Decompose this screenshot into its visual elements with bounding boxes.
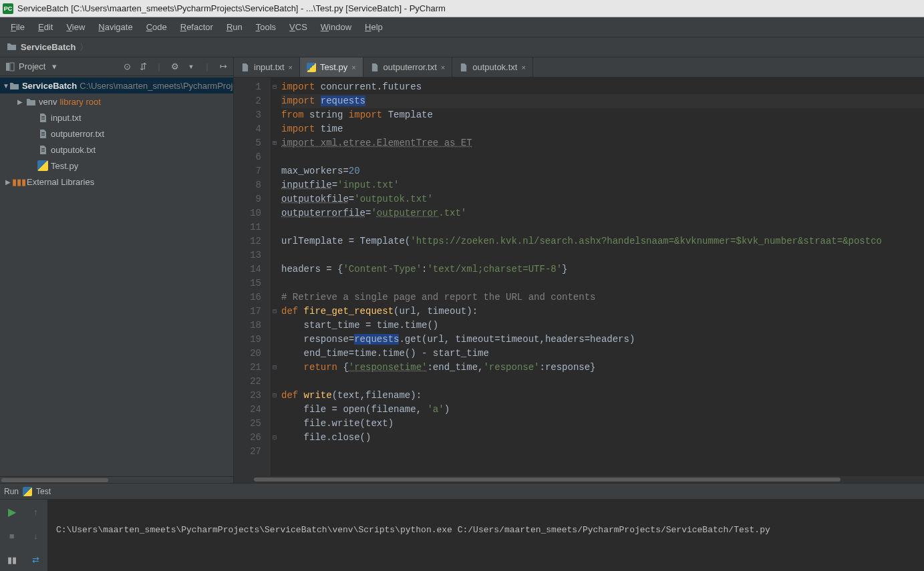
window-titlebar: PC ServiceBatch [C:\Users\maarten_smeets… (0, 0, 924, 17)
menu-navigate[interactable]: Navigate (92, 19, 139, 35)
breadcrumb-root[interactable]: ServiceBatch (21, 42, 75, 52)
app-icon: PC (3, 3, 13, 14)
menu-run[interactable]: Run (220, 19, 249, 35)
chevron-down-icon[interactable]: ▾ (48, 61, 60, 73)
console-line: C:\Users\maarten_smeets\PycharmProjects\… (56, 525, 916, 535)
run-config-name[interactable]: Test (36, 487, 51, 496)
library-root-note: library root (59, 97, 100, 107)
breadcrumb-separator-icon: 〉 (80, 41, 88, 53)
text-file-icon (241, 63, 250, 72)
svg-rect-3 (41, 118, 45, 118)
tree-venv[interactable]: ▶ venv library root (0, 93, 233, 110)
tab-label: outputerror.txt (383, 62, 437, 72)
console-output[interactable]: C:\Users\maarten_smeets\PycharmProjects\… (48, 500, 924, 571)
menu-help[interactable]: Help (358, 19, 390, 35)
libraries-icon: ▮▮▮ (13, 176, 24, 187)
divider: | (201, 61, 213, 73)
console-toolbar: ▶ ↑ ■ ↓ ▮▮ ⇄ (0, 500, 48, 571)
menu-edit[interactable]: Edit (31, 19, 59, 35)
tree-file[interactable]: input.txt (0, 110, 233, 126)
tab-label: Test.py (320, 62, 347, 72)
close-icon[interactable]: × (351, 63, 355, 71)
run-console: ▶ ↑ ■ ↓ ▮▮ ⇄ C:\Users\maarten_smeets\Pyc… (0, 499, 924, 571)
locate-icon[interactable]: ⊙ (121, 61, 133, 73)
text-file-icon (37, 144, 48, 155)
text-file-icon (37, 128, 48, 139)
menu-refactor[interactable]: Refactor (174, 19, 220, 35)
run-label[interactable]: Run (4, 487, 19, 496)
tree-root-name: ServiceBatch (22, 81, 77, 91)
project-title: Project (19, 61, 45, 71)
editor-tabs: input.txt×Test.py×outputerror.txt×output… (234, 57, 924, 77)
python-icon (37, 160, 48, 171)
menu-file[interactable]: File (4, 19, 31, 35)
tree-file[interactable]: Test.py (0, 158, 233, 174)
fold-column[interactable]: ⊟⊞⊟⊟⊟⊟ (271, 77, 279, 476)
project-tree[interactable]: ▼ ServiceBatch C:\Users\maarten_smeets\P… (0, 76, 233, 476)
tab-label: outputok.txt (472, 62, 517, 72)
folder-icon (25, 96, 36, 107)
folder-icon (7, 42, 17, 53)
hide-icon[interactable]: ↦ (217, 61, 229, 73)
editor-tab[interactable]: outputerror.txt× (363, 57, 453, 77)
menu-bar: FileEditViewNavigateCodeRefactorRunTools… (0, 17, 924, 37)
toggle-button[interactable]: ⇄ (24, 548, 48, 571)
project-view-icon[interactable] (4, 61, 16, 73)
svg-rect-9 (41, 150, 45, 150)
editor-tab[interactable]: outputok.txt× (452, 57, 533, 77)
python-icon (23, 487, 32, 496)
editor: input.txt×Test.py×outputerror.txt×output… (234, 57, 924, 483)
close-icon[interactable]: × (289, 63, 293, 71)
stop-button[interactable]: ■ (0, 524, 24, 548)
close-icon[interactable]: × (441, 63, 445, 71)
menu-code[interactable]: Code (140, 19, 174, 35)
tree-file[interactable]: outputerror.txt (0, 126, 233, 142)
svg-rect-8 (41, 148, 45, 149)
pause-button[interactable]: ▮▮ (0, 548, 24, 571)
rerun-button[interactable]: ▶ (0, 500, 24, 524)
collapse-icon[interactable]: ⇵ (137, 61, 149, 73)
editor-scrollbar[interactable] (234, 476, 924, 483)
project-tool-window: Project ▾ ⊙ ⇵ | ⚙ ▼ | ↦ ▼ ServiceBatch C… (0, 57, 234, 483)
editor-tab[interactable]: input.txt× (234, 57, 300, 77)
svg-rect-5 (41, 132, 45, 133)
code-area[interactable]: 1234567891011121314151617181920212223242… (234, 77, 924, 476)
tree-item-label: External Libraries (27, 177, 94, 187)
tree-root-path: C:\Users\maarten_smeets\PycharmProjects\… (80, 81, 233, 91)
editor-tab[interactable]: Test.py× (300, 57, 363, 77)
menu-tools[interactable]: Tools (249, 19, 283, 35)
tree-file[interactable]: outputok.txt (0, 142, 233, 158)
tree-item-label: outputok.txt (51, 145, 96, 155)
text-file-icon (37, 112, 48, 123)
svg-rect-6 (41, 134, 45, 134)
code-content[interactable]: import concurrent.futuresimport requests… (279, 77, 924, 476)
up-button[interactable]: ↑ (24, 500, 48, 524)
window-title: ServiceBatch [C:\Users\maarten_smeets\Py… (17, 3, 446, 13)
svg-rect-10 (41, 151, 45, 152)
gear-icon[interactable]: ⚙ (169, 61, 181, 73)
menu-vcs[interactable]: VCS (283, 19, 314, 35)
main-area: Project ▾ ⊙ ⇵ | ⚙ ▼ | ↦ ▼ ServiceBatch C… (0, 57, 924, 483)
svg-rect-0 (6, 63, 9, 71)
folder-icon (9, 80, 19, 91)
project-header: Project ▾ ⊙ ⇵ | ⚙ ▼ | ↦ (0, 57, 233, 76)
svg-rect-7 (41, 135, 45, 136)
svg-rect-4 (41, 119, 45, 120)
text-file-icon (459, 63, 468, 72)
tree-external-libs[interactable]: ▶ ▮▮▮ External Libraries (0, 174, 233, 190)
expand-arrow-icon[interactable]: ▼ (3, 82, 9, 89)
expand-arrow-icon[interactable]: ▶ (15, 98, 25, 106)
menu-window[interactable]: Window (314, 19, 358, 35)
down-button[interactable]: ↓ (24, 524, 48, 548)
text-file-icon (370, 63, 379, 72)
close-icon[interactable]: × (521, 63, 525, 71)
sidebar-scrollbar[interactable] (0, 476, 233, 483)
menu-view[interactable]: View (59, 19, 92, 35)
line-gutter: 1234567891011121314151617181920212223242… (234, 77, 271, 476)
tree-item-label: venv (39, 97, 57, 107)
chevron-down-icon[interactable]: ▼ (185, 61, 197, 73)
svg-rect-1 (10, 63, 14, 71)
tree-root[interactable]: ▼ ServiceBatch C:\Users\maarten_smeets\P… (0, 77, 233, 93)
tree-item-label: outputerror.txt (51, 129, 104, 139)
tree-item-label: Test.py (51, 161, 78, 171)
